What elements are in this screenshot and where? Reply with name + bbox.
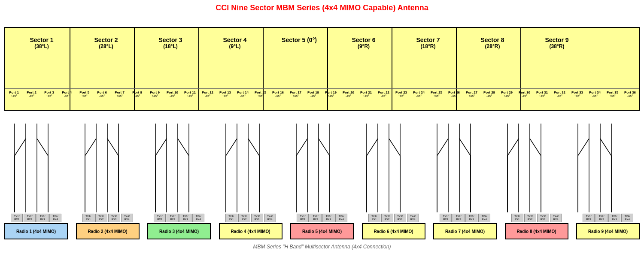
radio-3-connectors: TX1/RX1 TX2/RX2 TX3/RX3 TX4/RX4	[154, 214, 204, 222]
radio-unit-3: TX1/RX1 TX2/RX2 TX3/RX3 TX4/RX4 Radio 3 …	[147, 214, 211, 239]
connector-tx1-rx1-r3: TX1/RX1	[154, 214, 166, 222]
sector-label-2: Sector 2 (28°L)	[74, 36, 138, 49]
port-label-24: Port 24-45°	[413, 91, 425, 97]
port-label-32: Port 32-45°	[553, 91, 566, 97]
port-label-21: Port 21+45°	[360, 91, 373, 97]
port-label-22: Port 22-45°	[377, 91, 390, 97]
port-label-28: Port 28-45°	[483, 91, 496, 97]
connector-tx4-rx4-r7: TX4/RX4	[478, 214, 490, 222]
connector-tx4-rx4-r4: TX4/RX4	[264, 214, 276, 222]
sector-label-4: Sector 4 (9°L)	[203, 36, 267, 49]
radio-box-8: Radio 8 (4x4 MIMO)	[505, 223, 568, 239]
radio-box-5: Radio 5 (4x4 MIMO)	[290, 223, 354, 239]
connector-tx2-rx2-r3: TX2/RX2	[167, 214, 179, 222]
port-label-5: Port 5+45°	[78, 91, 91, 97]
port-label-25: Port 25+45°	[430, 91, 443, 97]
port-label-31: Port 31+45°	[536, 91, 549, 97]
connector-tx2-rx2-r8: TX2/RX2	[524, 214, 536, 222]
connector-tx1-rx1-r7: TX1/RX1	[440, 214, 452, 222]
radio-unit-8: TX1/RX1 TX2/RX2 TX3/RX3 TX4/RX4 Radio 8 …	[505, 214, 568, 239]
connector-tx4-rx4-r2: TX4/RX4	[121, 214, 133, 222]
radio-box-9: Radio 9 (4x4 MIMO)	[576, 223, 640, 239]
radio-box-1: Radio 1 (4x4 MIMO)	[4, 223, 68, 239]
connector-tx1-rx1-r8: TX1/RX1	[511, 214, 523, 222]
sector-label-8: Sector 8 (28°R)	[461, 36, 524, 49]
port-label-33: Port 33+45°	[571, 91, 584, 97]
antenna-box: Sector 1 (38°L) Sector 2 (28°L) Sector 3…	[4, 27, 640, 111]
port-label-17: Port 17+45°	[289, 91, 302, 97]
radio-unit-6: TX1/RX1 TX2/RX2 TX3/RX3 TX4/RX4 Radio 6 …	[362, 214, 425, 239]
sector-label-5: Sector 5 (0°)	[267, 36, 331, 43]
port-label-20: Port 20-45°	[342, 91, 355, 97]
radio-2-connectors: TX1/RX1 TX2/RX2 TX3/RX3 TX4/RX4	[82, 214, 133, 222]
radio-5-connectors: TX1/RX1 TX2/RX2 TX3/RX3 TX4/RX4	[297, 214, 347, 222]
connector-tx2-rx2-r6: TX2/RX2	[381, 214, 393, 222]
port-label-13: Port 13+45°	[219, 91, 232, 97]
connector-tx1-rx1-r1: TX1/RX1	[11, 214, 23, 222]
connector-tx3-rx3-r7: TX3/RX3	[465, 214, 477, 222]
port-label-18: Port 18-45°	[307, 91, 320, 97]
radio-9-connectors: TX1/RX1 TX2/RX2 TX3/RX3 TX4/RX4	[583, 214, 633, 222]
port-label-36: Port 36-45°	[624, 91, 637, 97]
radio-6-connectors: TX1/RX1 TX2/RX2 TX3/RX3 TX4/RX4	[368, 214, 419, 222]
radio-8-connectors: TX1/RX1 TX2/RX2 TX3/RX3 TX4/RX4	[511, 214, 562, 222]
radio-1-connectors: TX1/RX1 TX2/RX2 TX3/RX3 TX4/RX4	[11, 214, 61, 222]
port-label-30: Port 30-45°	[518, 91, 531, 97]
radio-unit-4: TX1/RX1 TX2/RX2 TX3/RX3 TX4/RX4 Radio 4 …	[219, 214, 283, 239]
connector-tx4-rx4-r1: TX4/RX4	[49, 214, 61, 222]
port-label-34: Port 34-45°	[589, 91, 601, 97]
port-label-19: Port 19+45°	[325, 91, 337, 97]
connector-tx3-rx3-r4: TX3/RX3	[251, 214, 263, 222]
port-label-1: Port 1+45°	[8, 91, 21, 97]
sector-label-6: Sector 6 (9°R)	[332, 36, 395, 49]
connector-tx2-rx2-r9: TX2/RX2	[595, 214, 608, 222]
radio-unit-7: TX1/RX1 TX2/RX2 TX3/RX3 TX4/RX4 Radio 7 …	[433, 214, 497, 239]
sector-label-7: Sector 7 (18°R)	[396, 36, 460, 49]
connector-tx2-rx2-r2: TX2/RX2	[95, 214, 107, 222]
connector-tx3-rx3-r1: TX3/RX3	[36, 214, 49, 222]
radio-box-3: Radio 3 (4x4 MIMO)	[147, 223, 211, 239]
radio-7-connectors: TX1/RX1 TX2/RX2 TX3/RX3 TX4/RX4	[440, 214, 490, 222]
port-label-23: Port 23+45°	[395, 91, 408, 97]
sector-label-3: Sector 3 (18°L)	[139, 36, 202, 49]
radio-boxes-row: TX1/RX1 TX2/RX2 TX3/RX3 TX4/RX4 Radio 1 …	[4, 214, 640, 239]
port-label-10: Port 10-45°	[166, 91, 179, 97]
main-title: CCI Nine Sector MBM Series (4x4 MIMO Cap…	[0, 0, 644, 14]
connector-tx2-rx2-r5: TX2/RX2	[310, 214, 322, 222]
connector-tx4-rx4-r6: TX4/RX4	[407, 214, 419, 222]
radio-box-7: Radio 7 (4x4 MIMO)	[433, 223, 497, 239]
connector-tx3-rx3-r5: TX3/RX3	[322, 214, 334, 222]
bottom-label: MBM Series "H Band" Multisector Antenna …	[0, 244, 644, 250]
connector-tx3-rx3-r3: TX3/RX3	[179, 214, 191, 222]
radio-box-6: Radio 6 (4x4 MIMO)	[362, 223, 425, 239]
connector-tx3-rx3-r9: TX3/RX3	[608, 214, 620, 222]
radio-box-4: Radio 4 (4x4 MIMO)	[219, 223, 283, 239]
port-label-6: Port 6-45°	[96, 91, 109, 97]
connector-tx1-rx1-r9: TX1/RX1	[583, 214, 595, 222]
port-label-2: Port 2-45°	[25, 91, 38, 97]
radio-unit-9: TX1/RX1 TX2/RX2 TX3/RX3 TX4/RX4 Radio 9 …	[576, 214, 640, 239]
connector-tx4-rx4-r5: TX4/RX4	[335, 214, 347, 222]
connector-tx2-rx2-r4: TX2/RX2	[238, 214, 250, 222]
port-label-16: Port 16-45°	[272, 91, 285, 97]
port-label-7: Port 7+45°	[113, 91, 126, 97]
port-label-27: Port 27+45°	[465, 91, 478, 97]
port-label-3: Port 3+45°	[43, 91, 56, 97]
connector-tx3-rx3-r2: TX3/RX3	[108, 214, 120, 222]
radio-unit-1: TX1/RX1 TX2/RX2 TX3/RX3 TX4/RX4 Radio 1 …	[4, 214, 68, 239]
port-label-12: Port 12-45°	[201, 91, 214, 97]
connector-tx4-rx4-r8: TX4/RX4	[550, 214, 562, 222]
connector-tx4-rx4-r3: TX4/RX4	[192, 214, 204, 222]
port-label-14: Port 14-45°	[237, 91, 249, 97]
connector-tx4-rx4-r9: TX4/RX4	[621, 214, 633, 222]
connector-tx2-rx2-r1: TX2/RX2	[24, 214, 36, 222]
port-label-8: Port 8-45°	[131, 91, 144, 97]
connector-tx1-rx1-r6: TX1/RX1	[368, 214, 380, 222]
connector-tx1-rx1-r4: TX1/RX1	[225, 214, 237, 222]
connector-tx3-rx3-r6: TX3/RX3	[394, 214, 406, 222]
port-label-35: Port 35+45°	[606, 91, 619, 97]
sector-label-1: Sector 1 (38°L)	[10, 36, 73, 49]
port-label-4: Port 4-45°	[61, 91, 73, 97]
connector-tx2-rx2-r7: TX2/RX2	[453, 214, 465, 222]
radio-unit-5: TX1/RX1 TX2/RX2 TX3/RX3 TX4/RX4 Radio 5 …	[290, 214, 354, 239]
